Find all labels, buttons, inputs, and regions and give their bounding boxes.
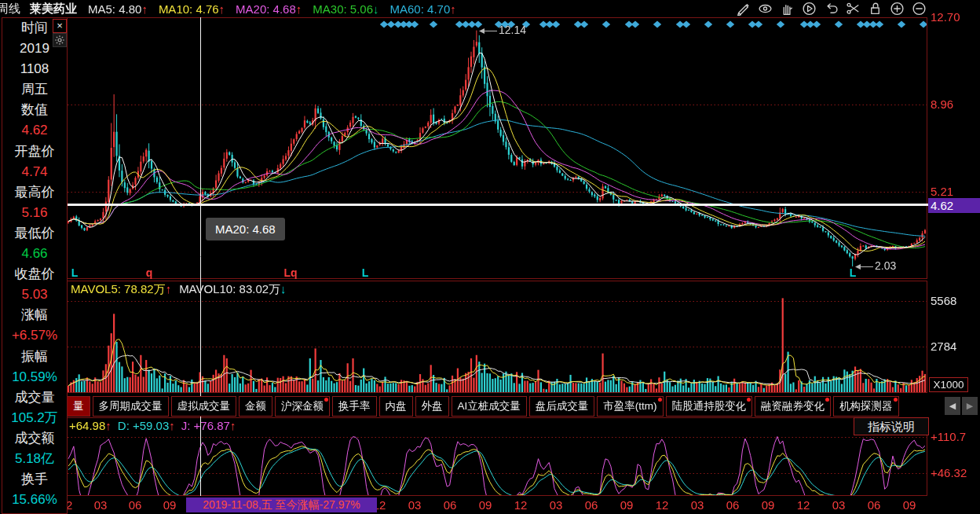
x-axis-label: 06 <box>129 498 142 512</box>
down-arrow-icon: ↓ <box>373 2 379 16</box>
indicator-help-button[interactable]: 指标说明 <box>854 417 929 435</box>
kdj-axis-label: +110.7 <box>931 430 966 444</box>
info-label: 成交量 <box>2 387 67 408</box>
gear-icon[interactable] <box>53 33 67 47</box>
info-label: 收盘价 <box>2 264 67 285</box>
signal-letter: L <box>850 267 857 278</box>
zoom-in-icon[interactable] <box>890 1 905 16</box>
info-value: +6.57% <box>2 325 67 346</box>
tab-northbound-holdings[interactable]: 陆股通持股变化 <box>666 396 753 417</box>
kdj-value-label: D: +59.03↑ <box>118 419 175 432</box>
tab-hs-amount[interactable]: 沪深金额 <box>275 396 330 417</box>
up-arrow-icon: ↑ <box>169 419 175 432</box>
tab-margin-change[interactable]: 融资融券变化 <box>755 396 831 417</box>
info-value: 4.66 <box>2 244 67 264</box>
tab-virtual-volume[interactable]: 虚拟成交量 <box>171 396 237 417</box>
price-axis-label: 8.96 <box>931 97 953 112</box>
info-value: 4.62 <box>2 120 67 141</box>
info-label: 1108 <box>2 59 67 79</box>
x-axis-label: 09 <box>762 498 775 512</box>
price-badge: 4.62 <box>928 198 980 213</box>
zoom-out-icon[interactable] <box>912 1 927 16</box>
ma-legend-item: MA20: 4.68↑ <box>236 2 302 16</box>
x-axis-label: 12 <box>514 498 528 512</box>
up-arrow-icon: ↑ <box>296 2 302 16</box>
tabs-pager: ◀ ▶ <box>945 397 978 415</box>
x-axis-label: 06 <box>444 498 457 512</box>
tab-multiperiod-volume[interactable]: 多周期成交量 <box>93 396 169 417</box>
tab-pe-ttm[interactable]: 市盈率(ttm) <box>597 396 663 417</box>
pen-icon[interactable] <box>736 1 751 16</box>
info-label: 换手 <box>2 469 67 490</box>
price-annotation: 2.03 <box>875 259 896 272</box>
x-axis-label: 03 <box>832 498 846 512</box>
x-axis-label: 06 <box>868 498 881 512</box>
up-arrow-icon: ↑ <box>105 419 112 432</box>
x-axis-label: 06 <box>585 498 598 512</box>
signal-letter: L <box>71 267 79 278</box>
x-axis-label: 09 <box>620 498 634 512</box>
x-axis-label: 03 <box>691 498 704 512</box>
cut-icon[interactable] <box>846 1 861 16</box>
info-label: 最高价 <box>2 182 67 203</box>
kdj-legend: +64.98↑D: +59.03↑J: +76.87↑ <box>69 419 236 432</box>
signal-letter: q <box>146 267 153 278</box>
x-axis-label: 09 <box>163 498 177 512</box>
stock-name: 莱美药业 <box>30 2 77 17</box>
unlock-icon[interactable] <box>868 1 883 16</box>
info-label: 开盘价 <box>2 141 67 162</box>
x-axis-label: 06 <box>726 498 740 512</box>
up-arrow-icon: ↑ <box>141 2 148 16</box>
info-value: 5.18亿 <box>2 449 67 469</box>
tab-amount[interactable]: 金额 <box>239 396 272 417</box>
kdj-value-label: J: +76.87↑ <box>181 419 236 432</box>
pan-hand-icon[interactable] <box>780 1 795 16</box>
replay-icon[interactable] <box>802 1 817 16</box>
tab-inner-disc[interactable]: 内盘 <box>379 396 413 417</box>
volume-ma-legend: MAVOL5: 78.82万↑MAVOL10: 83.02万↓ <box>71 282 287 297</box>
up-arrow-icon: ↑ <box>219 2 225 16</box>
ma-legend-item: MA10: 4.76↑ <box>159 2 225 16</box>
close-icon[interactable]: × <box>53 19 67 33</box>
tabs-scroll-right-button[interactable]: ▶ <box>962 397 978 415</box>
period-label[interactable]: 周线 <box>0 2 20 17</box>
x-axis-label: 12 <box>797 498 810 512</box>
x-axis-label: 03 <box>94 498 108 512</box>
notification-dot <box>324 398 328 402</box>
info-panel: 时间20191108周五数值4.62开盘价4.74最高价5.16最低价4.66收… <box>2 17 68 514</box>
volume-unit-box: X1000 <box>929 377 968 392</box>
tab-outer-disc[interactable]: 外盘 <box>415 396 449 417</box>
kdj-axis-label: +46.32 <box>931 466 967 480</box>
eye-icon[interactable] <box>758 1 773 16</box>
info-value: 10.59% <box>2 367 67 387</box>
info-label: 周五 <box>2 79 67 100</box>
tab-ai-volume[interactable]: AI立桩成交量 <box>452 396 527 417</box>
notification-dot <box>825 398 829 402</box>
tabs-scroll-left-button[interactable]: ◀ <box>945 397 960 415</box>
top-bar: 周线 莱美药业 MA5: 4.80↑MA10: 4.76↑MA20: 4.68↑… <box>0 0 980 17</box>
tab-turnover-rate[interactable]: 换手率 <box>332 396 377 417</box>
info-value: 105.2万 <box>2 408 67 428</box>
info-value: 5.03 <box>2 285 67 305</box>
info-value: 5.16 <box>2 203 67 223</box>
x-axis-label: 09 <box>903 498 916 512</box>
ma-tooltip: MA20: 4.68 <box>206 218 285 240</box>
tab-volume[interactable]: 量 <box>67 396 90 417</box>
volume-axis-label: 2784 <box>931 340 956 354</box>
info-label: 成交额 <box>2 428 67 449</box>
up-arrow-icon: ↑ <box>166 282 172 296</box>
tab-institution-detector[interactable]: 机构探测器 <box>833 396 899 417</box>
undo-icon[interactable] <box>824 1 839 16</box>
x-axis-label: 03 <box>550 498 563 512</box>
info-label: 数值 <box>2 100 67 120</box>
x-axis-label: 03 <box>408 498 422 512</box>
indicator-tabs: 量多周期成交量虚拟成交量金额沪深金额换手率内盘外盘AI立桩成交量盘后成交量市盈率… <box>67 396 938 417</box>
volume-axis-label: 5568 <box>931 294 956 308</box>
notification-dot <box>894 398 898 402</box>
chart-canvas[interactable] <box>0 0 980 514</box>
ma-legend: MA5: 4.80↑MA10: 4.76↑MA20: 4.68↑MA30: 5.… <box>88 2 456 16</box>
tab-afterhours-volume[interactable]: 盘后成交量 <box>529 396 595 417</box>
volume-ma-label: MAVOL10: 83.02万↓ <box>179 282 286 297</box>
ma-legend-item: MA30: 5.06↓ <box>313 2 378 16</box>
info-label: 最低价 <box>2 223 67 244</box>
